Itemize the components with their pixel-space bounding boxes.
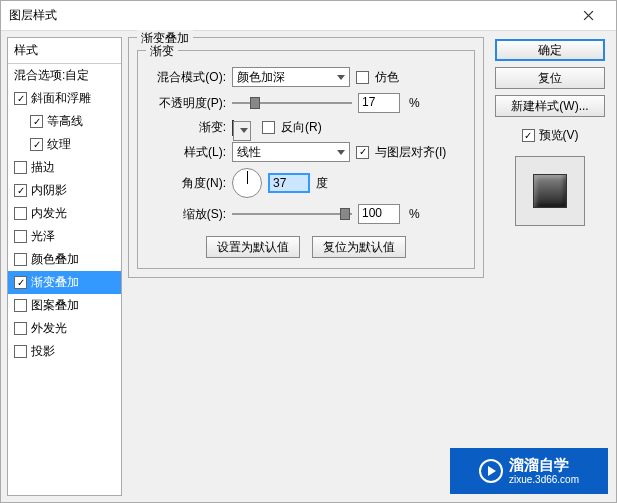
style-label: 内发光 (31, 205, 67, 222)
style-item-3[interactable]: 描边 (8, 156, 121, 179)
percent-sign-2: % (409, 207, 420, 221)
style-checkbox[interactable] (14, 345, 27, 358)
style-label: 纹理 (47, 136, 71, 153)
action-panel: 确定 复位 新建样式(W)... 预览(V) (490, 37, 610, 496)
angle-dial[interactable] (232, 168, 262, 198)
new-style-button[interactable]: 新建样式(W)... (495, 95, 605, 117)
preview-checkbox[interactable] (522, 129, 535, 142)
style-checkbox[interactable] (14, 207, 27, 220)
play-icon (479, 459, 503, 483)
blend-mode-select[interactable]: 颜色加深 (232, 67, 350, 87)
style-label: 投影 (31, 343, 55, 360)
reverse-label: 反向(R) (281, 119, 322, 136)
style-checkbox[interactable] (30, 138, 43, 151)
close-button[interactable] (568, 2, 608, 30)
reset-default-button[interactable]: 复位为默认值 (312, 236, 406, 258)
close-icon (583, 10, 594, 21)
watermark-url: zixue.3d66.com (509, 474, 579, 485)
style-item-0[interactable]: 斜面和浮雕 (8, 87, 121, 110)
style-checkbox[interactable] (14, 184, 27, 197)
window-title: 图层样式 (9, 7, 568, 24)
dither-checkbox[interactable] (356, 71, 369, 84)
scale-input[interactable]: 100 (358, 204, 400, 224)
cancel-button[interactable]: 复位 (495, 67, 605, 89)
style-checkbox[interactable] (14, 322, 27, 335)
styles-header: 样式 (8, 38, 121, 64)
opacity-slider[interactable] (232, 95, 352, 111)
angle-unit: 度 (316, 175, 328, 192)
watermark-name: 溜溜自学 (509, 457, 579, 474)
style-checkbox[interactable] (14, 230, 27, 243)
angle-label: 角度(N): (146, 175, 226, 192)
gradient-label: 渐变: (146, 119, 226, 136)
set-default-button[interactable]: 设置为默认值 (206, 236, 300, 258)
layer-style-dialog: 图层样式 样式 混合选项:自定 斜面和浮雕等高线纹理描边内阴影内发光光泽颜色叠加… (0, 0, 617, 503)
style-checkbox[interactable] (14, 276, 27, 289)
blend-options-row[interactable]: 混合选项:自定 (8, 64, 121, 87)
align-label: 与图层对齐(I) (375, 144, 446, 161)
style-item-11[interactable]: 投影 (8, 340, 121, 363)
align-checkbox[interactable] (356, 146, 369, 159)
style-checkbox[interactable] (14, 161, 27, 174)
style-label: 描边 (31, 159, 55, 176)
style-item-6[interactable]: 光泽 (8, 225, 121, 248)
style-label: 颜色叠加 (31, 251, 79, 268)
reverse-checkbox[interactable] (262, 121, 275, 134)
settings-panel: 渐变叠加 渐变 混合模式(O): 颜色加深 仿色 不透明度(P): 17 % (128, 37, 484, 496)
styles-list: 斜面和浮雕等高线纹理描边内阴影内发光光泽颜色叠加渐变叠加图案叠加外发光投影 (8, 87, 121, 363)
opacity-input[interactable]: 17 (358, 93, 400, 113)
scale-label: 缩放(S): (146, 206, 226, 223)
preview-box (515, 156, 585, 226)
gradient-picker[interactable] (232, 120, 234, 136)
style-label: 图案叠加 (31, 297, 79, 314)
titlebar: 图层样式 (1, 1, 616, 31)
style-item-10[interactable]: 外发光 (8, 317, 121, 340)
opacity-label: 不透明度(P): (146, 95, 226, 112)
watermark: 溜溜自学 zixue.3d66.com (450, 448, 608, 494)
style-checkbox[interactable] (14, 253, 27, 266)
style-label: 样式(L): (146, 144, 226, 161)
scale-slider[interactable] (232, 206, 352, 222)
style-label: 外发光 (31, 320, 67, 337)
style-item-7[interactable]: 颜色叠加 (8, 248, 121, 271)
percent-sign: % (409, 96, 420, 110)
style-label: 斜面和浮雕 (31, 90, 91, 107)
angle-input[interactable]: 37 (268, 173, 310, 193)
style-item-5[interactable]: 内发光 (8, 202, 121, 225)
styles-panel: 样式 混合选项:自定 斜面和浮雕等高线纹理描边内阴影内发光光泽颜色叠加渐变叠加图… (7, 37, 122, 496)
style-label: 光泽 (31, 228, 55, 245)
style-item-8[interactable]: 渐变叠加 (8, 271, 121, 294)
style-checkbox[interactable] (14, 299, 27, 312)
blend-mode-label: 混合模式(O): (146, 69, 226, 86)
style-item-9[interactable]: 图案叠加 (8, 294, 121, 317)
style-item-1[interactable]: 等高线 (8, 110, 121, 133)
inner-title: 渐变 (146, 43, 178, 60)
style-label: 渐变叠加 (31, 274, 79, 291)
style-label: 内阴影 (31, 182, 67, 199)
style-checkbox[interactable] (14, 92, 27, 105)
ok-button[interactable]: 确定 (495, 39, 605, 61)
style-label: 等高线 (47, 113, 83, 130)
style-checkbox[interactable] (30, 115, 43, 128)
style-select[interactable]: 线性 (232, 142, 350, 162)
dither-label: 仿色 (375, 69, 399, 86)
blend-options-label: 混合选项:自定 (14, 67, 89, 84)
preview-swatch (533, 174, 567, 208)
chevron-down-icon[interactable] (240, 128, 248, 133)
preview-label: 预览(V) (539, 127, 579, 144)
style-item-4[interactable]: 内阴影 (8, 179, 121, 202)
style-item-2[interactable]: 纹理 (8, 133, 121, 156)
